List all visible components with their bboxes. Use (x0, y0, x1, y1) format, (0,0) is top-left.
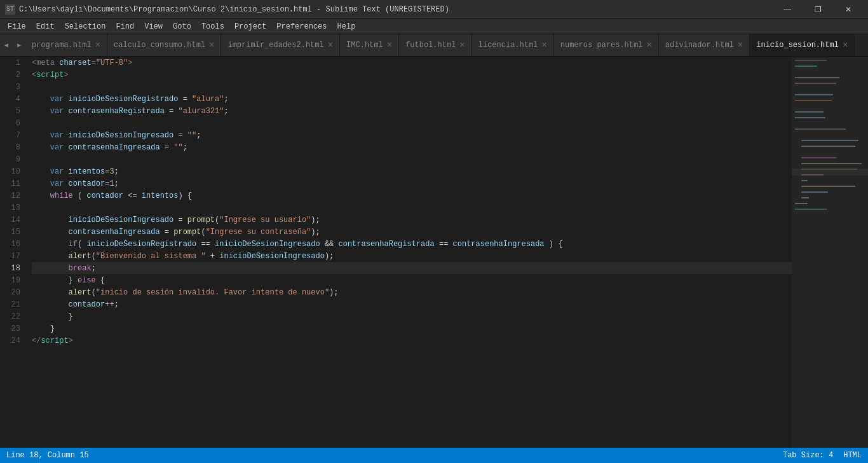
code-line-14: inicioDeSesionIngresado = prompt("Ingres… (32, 214, 792, 226)
tab-close-icon[interactable]: × (459, 41, 465, 50)
line-num-15: 15 (0, 226, 27, 238)
line-num-20: 20 (0, 286, 27, 298)
code-line-8: var contrasenhaIngresada = ""; (32, 141, 792, 153)
app-icon: ST (5, 4, 15, 15)
minimap-svg (792, 57, 868, 448)
svg-rect-4 (795, 94, 833, 95)
tab-numeros[interactable]: numeros_pares.html × (554, 34, 659, 56)
tab-inicio-sesion[interactable]: inicio_sesion.html × (750, 34, 855, 56)
line-numbers: 1 2 3 4 5 6 7 8 9 10 11 12 13 14 15 16 1… (0, 57, 27, 448)
window-controls: — ❐ ✕ (773, 0, 863, 19)
code-line-1: <meta charset="UTF-8"> (32, 57, 792, 69)
line-num-18: 18 (0, 262, 27, 274)
code-line-22: } (32, 310, 792, 322)
menu-help[interactable]: Help (332, 19, 361, 34)
menu-find[interactable]: Find (111, 19, 139, 34)
code-line-4: var inicioDeSesionRegistrado = "alura"; (32, 93, 792, 105)
code-line-9 (32, 153, 792, 165)
svg-rect-16 (801, 180, 808, 181)
line-num-6: 6 (0, 117, 27, 129)
svg-rect-3 (795, 83, 836, 84)
menu-edit[interactable]: Edit (31, 19, 60, 34)
code-line-23: } (32, 322, 792, 335)
line-num-21: 21 (0, 298, 27, 310)
maximize-button[interactable]: ❐ (803, 0, 832, 19)
svg-rect-6 (795, 111, 824, 113)
line-num-17: 17 (0, 250, 27, 262)
menu-preferences[interactable]: Preferences (271, 19, 332, 34)
tab-close-icon[interactable]: × (541, 41, 546, 50)
line-num-14: 14 (0, 214, 27, 226)
tab-close-icon[interactable]: × (843, 41, 848, 50)
tab-licencia[interactable]: licencia.html × (472, 34, 554, 56)
tab-close-icon[interactable]: × (328, 41, 333, 50)
tab-label: numeros_pares.html (560, 41, 643, 50)
tab-futbol[interactable]: futbol.html × (399, 34, 472, 56)
status-bar: Line 18, Column 15 Tab Size: 4 HTML (0, 448, 868, 463)
menu-bar: File Edit Selection Find View Goto Tools… (0, 19, 868, 34)
tab-calculo[interactable]: calculo_consumo.html × (107, 34, 221, 56)
editor: 1 2 3 4 5 6 7 8 9 10 11 12 13 14 15 16 1… (0, 57, 868, 448)
svg-rect-9 (801, 140, 858, 141)
line-num-4: 4 (0, 93, 27, 105)
tab-close-icon[interactable]: × (738, 41, 743, 50)
menu-selection[interactable]: Selection (60, 19, 111, 34)
code-line-3 (32, 81, 792, 93)
line-num-23: 23 (0, 322, 27, 335)
line-num-13: 13 (0, 202, 27, 214)
tab-programa[interactable]: programa.html × (25, 34, 107, 56)
menu-project[interactable]: Project (229, 19, 271, 34)
code-line-11: var contador=1; (32, 177, 792, 190)
code-content[interactable]: <meta charset="UTF-8"> <script> var inic… (27, 57, 792, 448)
line-num-5: 5 (0, 105, 27, 117)
svg-rect-18 (801, 191, 828, 193)
line-num-3: 3 (0, 81, 27, 93)
svg-rect-21 (795, 209, 827, 210)
status-right: Tab Size: 4 HTML (783, 451, 862, 460)
tab-label: IMC.html (346, 41, 383, 50)
status-tab-size: Tab Size: 4 (783, 451, 833, 460)
svg-rect-12 (801, 163, 862, 164)
close-button[interactable]: ✕ (834, 0, 863, 19)
svg-rect-0 (795, 60, 827, 61)
code-line-24: </script> (32, 335, 792, 347)
code-line-12: while ( contador <= intentos) { (32, 190, 792, 202)
tab-bar: ◀ ▶ programa.html × calculo_consumo.html… (0, 34, 868, 57)
tab-adivinador[interactable]: adivinador.html × (659, 34, 750, 56)
line-num-16: 16 (0, 238, 27, 250)
status-left: Line 18, Column 15 (6, 451, 89, 460)
status-line-col: Line 18, Column 15 (6, 451, 89, 460)
svg-rect-5 (795, 100, 832, 101)
tab-close-icon[interactable]: × (387, 41, 392, 50)
code-line-17: alert("Bienvenido al sistema " + inicioD… (32, 250, 792, 262)
tab-imc[interactable]: IMC.html × (340, 34, 399, 56)
code-line-21: contador++; (32, 298, 792, 310)
svg-rect-7 (795, 117, 825, 118)
tab-close-icon[interactable]: × (646, 41, 651, 50)
tab-label: programa.html (32, 41, 92, 50)
minimap (792, 57, 868, 448)
svg-rect-10 (801, 146, 855, 147)
svg-rect-11 (801, 157, 836, 158)
line-num-9: 9 (0, 153, 27, 165)
line-num-24: 24 (0, 335, 27, 347)
code-line-10: var intentos=3; (32, 165, 792, 177)
tab-imprimir[interactable]: imprimir_edades2.html × (221, 34, 340, 56)
menu-file[interactable]: File (3, 19, 31, 34)
tab-scroll-right[interactable]: ▶ (13, 34, 25, 56)
code-line-13 (32, 202, 792, 214)
minimize-button[interactable]: — (773, 0, 802, 19)
svg-rect-20 (795, 203, 808, 204)
tab-close-icon[interactable]: × (95, 41, 100, 50)
line-num-11: 11 (0, 177, 27, 190)
menu-view[interactable]: View (139, 19, 168, 34)
tab-scroll-left[interactable]: ◀ (0, 34, 13, 56)
code-line-6 (32, 117, 792, 129)
svg-rect-17 (801, 186, 855, 187)
menu-goto[interactable]: Goto (168, 19, 196, 34)
tab-close-icon[interactable]: × (209, 41, 214, 50)
code-line-18: break; (32, 262, 792, 274)
svg-rect-8 (795, 128, 846, 130)
svg-rect-19 (801, 197, 809, 198)
menu-tools[interactable]: Tools (196, 19, 229, 34)
